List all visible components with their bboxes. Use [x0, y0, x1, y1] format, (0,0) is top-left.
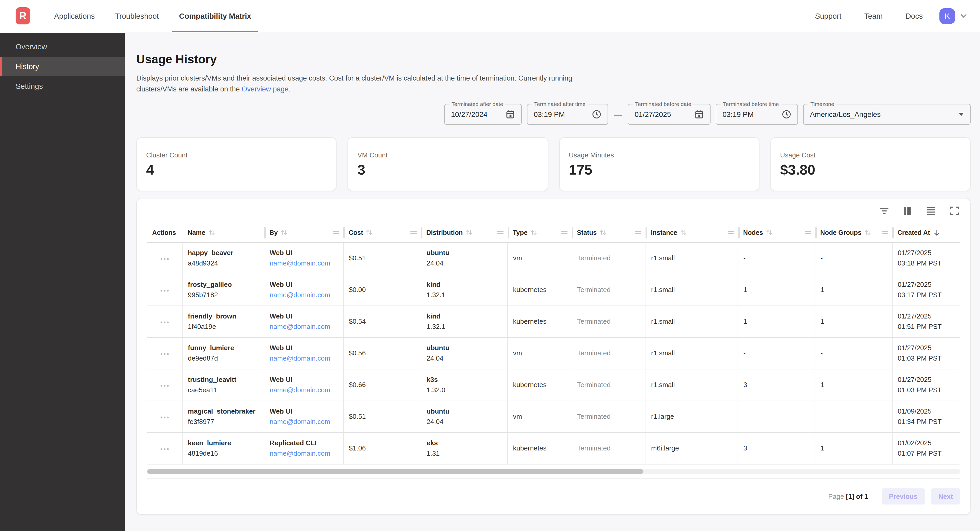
columns-button[interactable] [902, 205, 913, 217]
cell-cost: $1.06 [343, 432, 421, 464]
ellipsis-icon [160, 289, 169, 292]
nav-tab-compatibility-matrix[interactable]: Compatibility Matrix [172, 0, 258, 32]
filter-button[interactable] [878, 205, 890, 217]
sidebar-item-history[interactable]: History [0, 57, 125, 76]
column-resize-handle[interactable] [421, 227, 423, 238]
description-suffix: . [288, 85, 291, 93]
created-time: 01:03 PM PST [897, 353, 960, 363]
stat-value: 4 [146, 162, 327, 178]
sort-icon [864, 229, 871, 236]
sidebar: OverviewHistorySettings [0, 33, 125, 531]
drag-handle-icon[interactable] [805, 230, 811, 235]
sidebar-item-overview[interactable]: Overview [0, 37, 125, 57]
column-resize-handle[interactable] [892, 227, 894, 238]
distribution-version: 1.31 [426, 448, 508, 458]
terminated-after-date-input[interactable]: Terminated after date 10/27/2024 [444, 104, 522, 125]
terminated-before-time-input[interactable]: Terminated before time 03:19 PM [716, 104, 798, 125]
chevron-down-icon[interactable] [960, 12, 967, 20]
calendar-icon[interactable] [694, 109, 704, 119]
nav-link-support[interactable]: Support [815, 12, 842, 20]
column-resize-handle[interactable] [572, 227, 573, 238]
timezone-select[interactable]: Timezone America/Los_Angeles [803, 104, 970, 125]
sort-icon [766, 229, 772, 236]
created-by-email[interactable]: name@domain.com [270, 290, 330, 300]
row-actions-button[interactable] [158, 255, 171, 262]
column-resize-handle[interactable] [738, 227, 740, 238]
columns-icon [903, 206, 912, 216]
distribution-name: kind [426, 311, 508, 321]
column-header-name[interactable]: Name [182, 223, 264, 242]
avatar[interactable]: K [939, 8, 955, 24]
caret-down-icon [959, 113, 964, 116]
cell-distribution: kind1.32.1 [421, 306, 508, 337]
density-button[interactable] [925, 205, 937, 217]
column-header-instance[interactable]: Instance [646, 223, 738, 242]
column-header-type[interactable]: Type [508, 223, 572, 242]
cell-status: Terminated [572, 432, 646, 464]
cell-nodes: 3 [738, 369, 815, 401]
column-header-node-groups[interactable]: Node Groups [815, 223, 892, 242]
replicated-logo[interactable]: R [16, 7, 30, 24]
created-by-email[interactable]: name@domain.com [270, 417, 330, 427]
cell-actions [147, 369, 182, 401]
clock-icon[interactable] [592, 109, 601, 119]
fullscreen-button[interactable] [949, 205, 960, 217]
sort-icon [208, 229, 215, 236]
distribution-name: eks [426, 438, 508, 448]
calendar-icon[interactable] [506, 109, 515, 119]
column-header-created-at[interactable]: Created At [892, 223, 960, 242]
column-header-cost[interactable]: Cost [343, 223, 421, 242]
row-actions-button[interactable] [158, 445, 171, 452]
column-header-nodes[interactable]: Nodes [738, 223, 815, 242]
row-actions-button[interactable] [158, 319, 171, 325]
drag-handle-icon[interactable] [410, 230, 417, 235]
column-resize-handle[interactable] [815, 227, 817, 238]
distribution-version: 24.04 [426, 258, 508, 268]
created-by-email[interactable]: name@domain.com [270, 258, 330, 268]
drag-handle-icon[interactable] [727, 230, 734, 235]
ellipsis-icon [160, 448, 169, 450]
column-resize-handle[interactable] [646, 227, 648, 238]
cell-instance: m6i.large [646, 432, 738, 464]
drag-handle-icon[interactable] [497, 230, 504, 235]
cell-node-groups: - [815, 337, 892, 369]
column-header-status[interactable]: Status [572, 223, 646, 242]
created-by-email[interactable]: name@domain.com [270, 385, 330, 395]
nav-tab-troubleshoot[interactable]: Troubleshoot [108, 0, 165, 32]
drag-handle-icon[interactable] [635, 230, 642, 235]
nav-link-team[interactable]: Team [864, 12, 883, 20]
terminated-before-date-input[interactable]: Terminated before date 01/27/2025 [628, 104, 711, 125]
filters-row: Terminated after date 10/27/2024 Termina… [136, 104, 970, 125]
created-by-email[interactable]: name@domain.com [270, 321, 330, 332]
clock-icon[interactable] [782, 109, 791, 119]
column-label: Nodes [743, 229, 763, 236]
column-resize-handle[interactable] [343, 227, 345, 238]
column-header-distribution[interactable]: Distribution [421, 223, 508, 242]
previous-page-button[interactable]: Previous [882, 488, 925, 504]
nav-tab-applications[interactable]: Applications [47, 0, 102, 32]
column-label: By [269, 229, 278, 236]
created-date: 01/27/2025 [897, 374, 960, 385]
drag-handle-icon[interactable] [882, 230, 888, 235]
column-resize-handle[interactable] [508, 227, 509, 238]
cell-name: frosty_galileo995b7182 [182, 274, 264, 306]
created-by-email[interactable]: name@domain.com [270, 448, 330, 458]
terminated-after-time-input[interactable]: Terminated after time 03:19 PM [527, 104, 608, 125]
sort-icon [466, 229, 472, 236]
column-header-by[interactable]: By [264, 223, 344, 242]
drag-handle-icon[interactable] [333, 230, 339, 235]
row-actions-button[interactable] [158, 414, 171, 421]
sidebar-item-settings[interactable]: Settings [0, 76, 125, 96]
row-actions-button[interactable] [158, 350, 171, 357]
row-actions-button[interactable] [158, 287, 171, 294]
column-resize-handle[interactable] [264, 227, 266, 238]
cell-distribution: ubuntu24.04 [421, 242, 508, 274]
cell-name: keen_lumiere4819de16 [182, 432, 264, 464]
overview-page-link[interactable]: Overview page [242, 85, 288, 93]
nav-link-docs[interactable]: Docs [905, 12, 923, 20]
scrollbar-thumb[interactable] [147, 469, 643, 474]
next-page-button[interactable]: Next [931, 488, 960, 504]
created-by-email[interactable]: name@domain.com [270, 353, 330, 363]
row-actions-button[interactable] [158, 382, 171, 389]
drag-handle-icon[interactable] [561, 230, 568, 235]
